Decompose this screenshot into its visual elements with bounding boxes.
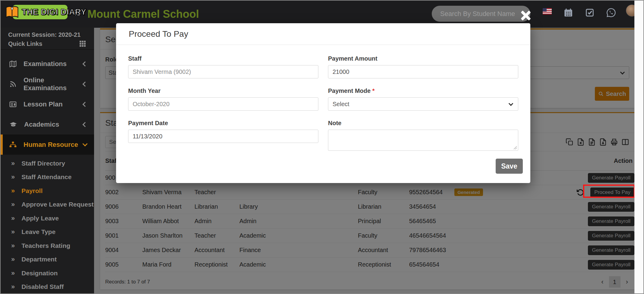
modal-close-icon[interactable] [519, 8, 533, 22]
note-label: Note [328, 120, 518, 127]
quick-links-label: Quick Links [8, 39, 42, 48]
student-search-input[interactable] [440, 10, 528, 18]
chevron-left-icon [83, 122, 88, 127]
chevron-left-icon [83, 81, 88, 87]
payment-mode-select[interactable]: Select [328, 97, 518, 111]
sidebar: Current Session: 2020-21 Quick Links Exa… [1, 28, 94, 294]
submenu-item-disabled-staff[interactable]: »Disabled Staff [1, 280, 94, 294]
submenu-item-staff-directory[interactable]: »Staff Directory [1, 156, 94, 170]
submenu-label: Staff Attendance [21, 173, 71, 181]
sidebar-item-label: Lesson Plan [24, 100, 83, 108]
language-flag-icon[interactable] [543, 8, 552, 14]
month-year-field[interactable] [128, 97, 318, 111]
session-block: Current Session: 2020-21 Quick Links [1, 28, 94, 50]
app-logo[interactable]: THE DIGI DIARY [4, 4, 87, 21]
chevron-left-icon [83, 61, 88, 66]
sidebar-item-academics[interactable]: Academics [1, 114, 94, 134]
submenu-item-designation[interactable]: »Designation [1, 266, 94, 280]
sidebar-item-label: Academics [24, 121, 83, 128]
chevron-left-icon [83, 102, 88, 107]
staff-label: Staff [128, 55, 318, 62]
resize-grip-icon[interactable] [513, 145, 517, 150]
chevron-down-icon [509, 101, 513, 106]
double-chevron-icon: » [11, 160, 15, 167]
submenu-item-apply-leave[interactable]: »Apply Leave [1, 211, 94, 225]
sidebar-item-online-examinations[interactable]: Online Examinations [1, 74, 94, 94]
payment-date-label: Payment Date [128, 120, 318, 127]
submenu-item-staff-attendance[interactable]: »Staff Attendance [1, 170, 94, 184]
submenu-label: Designation [21, 270, 58, 277]
whatsapp-icon[interactable] [606, 8, 616, 18]
save-button[interactable]: Save [496, 159, 523, 174]
payment-mode-label: Payment Mode * [328, 87, 518, 94]
double-chevron-icon: » [11, 187, 15, 195]
tasks-check-icon[interactable] [585, 8, 595, 17]
sitemap-icon [9, 141, 17, 149]
submenu-label: Payroll [21, 187, 43, 194]
submenu-label: Staff Directory [21, 160, 65, 167]
payment-amount-field[interactable] [328, 65, 518, 78]
submenu-item-teachers-rating[interactable]: »Teachers Rating [1, 239, 94, 253]
double-chevron-icon: » [11, 283, 15, 291]
double-chevron-icon: » [11, 201, 15, 208]
calendar-icon[interactable] [563, 7, 573, 18]
double-chevron-icon: » [11, 255, 15, 263]
double-chevron-icon: » [11, 173, 15, 181]
submenu-label: Disabled Staff [21, 283, 64, 290]
submenu-label: Teachers Rating [21, 242, 70, 249]
submenu-label: Department [21, 256, 57, 263]
payment-date-field[interactable] [128, 130, 318, 143]
sidebar-item-lesson-plan[interactable]: Lesson Plan [1, 94, 94, 114]
staff-field[interactable] [128, 65, 318, 78]
month-year-label: Month Year [128, 87, 318, 94]
graduation-cap-icon [9, 121, 17, 128]
submenu-label: Approve Leave Request [21, 201, 93, 208]
double-chevron-icon: » [11, 269, 15, 277]
app-window: THE DIGI DIARY Mount Carmel School [0, 0, 644, 294]
submenu-item-approve-leave-request[interactable]: »Approve Leave Request [1, 198, 94, 212]
note-field[interactable] [328, 130, 518, 151]
double-chevron-icon: » [11, 214, 15, 222]
required-asterisk: * [372, 87, 375, 94]
map-icon [9, 60, 17, 68]
student-search-box [432, 6, 530, 22]
current-session-label: Current Session: 2020-21 [8, 30, 94, 39]
newspaper-icon [9, 100, 17, 108]
human-resource-submenu: »Staff Directory »Staff Attendance »Payr… [1, 155, 94, 294]
logo-text: THE DIGI DIARY [22, 8, 87, 17]
modal-title: Proceed To Pay [116, 23, 530, 45]
submenu-item-payroll[interactable]: »Payroll [1, 184, 94, 198]
sidebar-item-examinations[interactable]: Examinations [1, 54, 94, 74]
submenu-item-department[interactable]: »Department [1, 253, 94, 267]
school-name-title: Mount Carmel School [87, 8, 199, 21]
sidebar-item-human-resource[interactable]: Human Resource [1, 134, 94, 155]
sidebar-item-label: Online Examinations [24, 76, 83, 92]
sidebar-item-label: Examinations [24, 60, 83, 68]
book-logo-icon [4, 4, 20, 20]
sidebar-nav: Examinations Online Examinations Lesson … [1, 54, 94, 294]
double-chevron-icon: » [11, 228, 15, 236]
quick-links-grid-icon[interactable] [79, 40, 86, 47]
scrollbar[interactable] [634, 1, 643, 293]
double-chevron-icon: » [11, 242, 15, 250]
submenu-label: Apply Leave [21, 215, 59, 222]
payment-amount-label: Payment Amount [328, 55, 518, 62]
payment-mode-value: Select [333, 101, 349, 108]
proceed-to-pay-modal: Proceed To Pay Staff Payment Amount Mont… [116, 23, 530, 183]
rss-icon [9, 80, 17, 88]
submenu-label: Leave Type [21, 228, 55, 236]
submenu-item-leave-type[interactable]: »Leave Type [1, 225, 94, 239]
chevron-down-icon [83, 141, 88, 146]
sidebar-item-label: Human Resource [24, 141, 83, 149]
